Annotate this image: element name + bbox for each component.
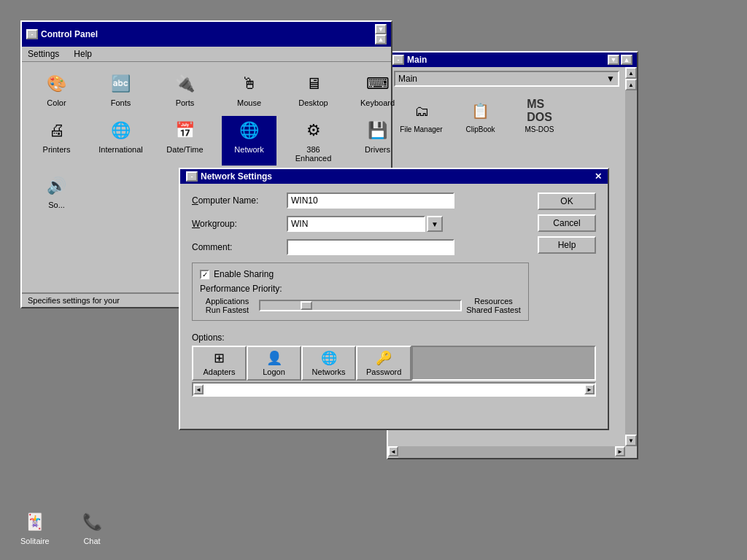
tab-scroll-left[interactable]: ◄ [193, 384, 204, 394]
desktop-label: Desktop [298, 98, 328, 107]
scroll-htrack [398, 446, 615, 458]
cp-icon-network[interactable]: 🌐 Network [222, 116, 276, 166]
cp-maximize-btn[interactable]: ▲ [375, 34, 387, 44]
drivers-icon: 💾 [366, 119, 390, 142]
password-tab-icon: 🔑 [376, 350, 392, 366]
cp-icon-desktop[interactable]: 🖥 Desktop [286, 69, 341, 110]
tab-scroll-right[interactable]: ► [584, 384, 595, 394]
enable-sharing-section: ✓ Enable Sharing Performance Priority: A… [192, 262, 529, 321]
desktop-icon-chat[interactable]: 📞 Chat [80, 510, 104, 545]
mouse-icon: 🖱 [238, 72, 261, 96]
cp-icon-mouse[interactable]: 🖱 Mouse [222, 69, 276, 110]
computer-name-input[interactable] [287, 192, 454, 209]
workgroup-dropdown-btn[interactable]: ▼ [427, 216, 443, 232]
slider-left-label: ApplicationsRun Fastest [200, 297, 255, 314]
options-section: Options: ⊞ Adapters 👤 Logon 🌐 Networks 🔑… [180, 330, 608, 402]
desktop-icon: 🖥 [302, 72, 325, 96]
tab-networks[interactable]: 🌐 Networks [301, 346, 356, 381]
cp-menu-settings[interactable]: Settings [25, 48, 62, 60]
main-system-menu-btn[interactable]: - [392, 55, 404, 65]
cp-icon-datetime[interactable]: 📅 Date/Time [158, 116, 212, 166]
scroll-right-btn[interactable]: ► [615, 446, 625, 456]
scroll-up-btn[interactable]: ▲ [625, 79, 637, 90]
control-panel-title-bar: - Control Panel ▼ ▲ [22, 22, 391, 47]
performance-slider[interactable] [259, 300, 462, 311]
network-label: Network [234, 145, 263, 154]
main-icons-grid: 🗂 File Manager 📋 ClipBook MSDOS MS-DOS [388, 90, 637, 142]
help-button[interactable]: Help [538, 236, 596, 254]
solitaire-icon: 🃏 [23, 510, 47, 534]
cp-icon-386enhanced[interactable]: ⚙ 386 Enhanced [286, 116, 341, 166]
cp-icon-color[interactable]: 🎨 Color [29, 69, 84, 110]
datetime-icon: 📅 [174, 119, 197, 142]
filemanager-icon: 🗂 [410, 99, 433, 122]
computer-name-label: Computer Name: [192, 195, 287, 206]
fonts-icon: 🔤 [109, 72, 133, 96]
main-icon-msdos[interactable]: MSDOS MS-DOS [512, 96, 567, 136]
workgroup-input[interactable] [287, 216, 425, 232]
enable-sharing-checkbox[interactable]: ✓ [200, 270, 209, 279]
networks-tab-icon: 🌐 [321, 350, 337, 366]
drivers-label: Drivers [365, 145, 390, 154]
cp-icon-sound[interactable]: 🔊 So... [29, 171, 84, 212]
keyboard-label: Keyboard [360, 98, 395, 107]
386enhanced-label: 386 Enhanced [289, 145, 338, 163]
nd-system-menu-btn[interactable]: - [186, 171, 198, 182]
cp-icon-drivers[interactable]: 💾 Drivers [350, 116, 405, 166]
tab-logon[interactable]: 👤 Logon [247, 346, 301, 381]
main-combo-arrow[interactable]: ▼ [606, 74, 615, 84]
scroll-down-btn[interactable]: ▼ [625, 435, 637, 446]
cp-icon-ports[interactable]: 🔌 Ports [158, 69, 212, 110]
cp-icon-printers[interactable]: 🖨 Printers [29, 116, 84, 166]
tab-adapters[interactable]: ⊞ Adapters [192, 346, 247, 381]
logon-tab-icon: 👤 [266, 350, 282, 366]
slider-section: ApplicationsRun Fastest ResourcesShared … [200, 297, 521, 314]
cp-menu-help[interactable]: Help [71, 48, 95, 60]
nd-left-panel: Computer Name: Workgroup: ▼ Comment: [192, 192, 529, 321]
adapters-tab-label: Adapters [203, 368, 235, 376]
386enhanced-icon: ⚙ [302, 119, 325, 142]
main-maximize-btn[interactable]: ▲ [621, 55, 632, 65]
cp-icon-international[interactable]: 🌐 International [93, 116, 148, 166]
desktop-icon-solitaire[interactable]: 🃏 Solitaire [20, 510, 50, 545]
options-label: Options: [192, 332, 596, 343]
cp-icon-keyboard[interactable]: ⌨ Keyboard [350, 69, 405, 110]
tab-scroll-area: ◄ ► [192, 382, 596, 397]
slider-thumb [301, 301, 312, 310]
msdos-icon: MSDOS [528, 99, 551, 122]
tab-empty-area [411, 346, 596, 381]
scroll-left-btn[interactable]: ◄ [388, 446, 398, 456]
comment-row: Comment: [192, 239, 529, 255]
cancel-button[interactable]: Cancel [538, 214, 596, 232]
cp-minimize-btn[interactable]: ▼ [375, 24, 387, 34]
logon-tab-label: Logon [263, 368, 285, 376]
sound-icon: 🔊 [45, 174, 69, 198]
chat-icon: 📞 [80, 510, 104, 534]
clipbook-icon: 📋 [469, 99, 492, 122]
main-icon-clipbook[interactable]: 📋 ClipBook [453, 96, 508, 136]
main-minimize-btn[interactable]: ▼ [608, 55, 619, 65]
filemanager-label: File Manager [400, 125, 442, 133]
ports-icon: 🔌 [174, 72, 197, 96]
datetime-label: Date/Time [166, 145, 203, 154]
msdos-label: MS-DOS [525, 125, 554, 133]
cp-system-menu-btn[interactable]: - [26, 29, 38, 39]
main-vscrollbar: ▲ ▼ [625, 79, 637, 446]
cp-title: Control Panel [41, 29, 98, 39]
ports-label: Ports [176, 98, 195, 107]
main-combo[interactable]: Main ▼ [394, 71, 619, 87]
cp-status-text: Specifies settings for your [28, 296, 120, 305]
comment-input[interactable] [287, 239, 454, 255]
enable-sharing-row: ✓ Enable Sharing [200, 269, 521, 279]
chat-label: Chat [83, 537, 100, 545]
scroll-up-arrow[interactable]: ▲ [625, 67, 637, 79]
cp-icon-fonts[interactable]: 🔤 Fonts [93, 69, 148, 110]
keyboard-icon: ⌨ [366, 72, 390, 96]
tab-password[interactable]: 🔑 Password [356, 346, 411, 381]
workgroup-label: Workgroup: [192, 219, 287, 229]
ok-button[interactable]: OK [538, 192, 596, 210]
mouse-label: Mouse [237, 98, 261, 107]
main-window-title: Main [407, 55, 427, 65]
nd-title: Network Settings [201, 171, 272, 182]
network-settings-dialog: - Network Settings ✕ Computer Name: Work… [179, 168, 609, 430]
